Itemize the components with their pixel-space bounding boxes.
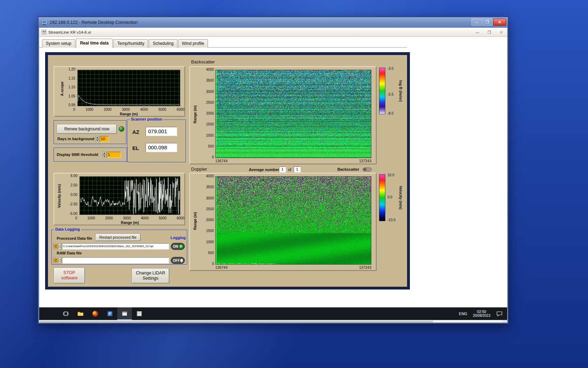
rdp-window-title: 192.168.0.122 - Remote Desktop Connectio… bbox=[50, 20, 138, 25]
data-logging-group: Data Logging Processed Data file Restart… bbox=[51, 230, 187, 265]
backscatter-colorbar-tick-min: -8.0 bbox=[387, 111, 393, 115]
taskbar-file-explorer-button[interactable] bbox=[73, 307, 88, 320]
file-explorer-icon bbox=[77, 310, 84, 317]
rays-decrement-button[interactable] bbox=[95, 139, 99, 142]
renew-background-group: Renew background now Rays in background … bbox=[54, 120, 126, 144]
tabstrip: System setup Real time data Temp/humidit… bbox=[42, 39, 209, 48]
taskbar-firefox-button[interactable] bbox=[88, 307, 103, 320]
tick-label: 0.00 bbox=[71, 193, 77, 197]
tab-wind-profile[interactable]: Wind profile bbox=[178, 39, 208, 48]
raw-logging-toggle[interactable]: OFF bbox=[171, 257, 185, 264]
tick-label: 3000 bbox=[123, 216, 131, 220]
clock-date: 20/08/2023 bbox=[473, 314, 490, 318]
processed-path-field[interactable]: C:\Lidar\Data\Proc\2023\202308\20230820\… bbox=[62, 243, 169, 250]
rdp-minimize-button[interactable]: — bbox=[471, 19, 482, 26]
restart-processed-file-button[interactable]: Restart processed file bbox=[95, 233, 141, 241]
scanner-position-group: Scanner position AZ 079.001 EL 000.098 bbox=[127, 120, 186, 162]
tick-label: 0 bbox=[73, 108, 75, 111]
scanner-position-label: Scanner position bbox=[130, 117, 163, 121]
tick-label: 4000 bbox=[206, 175, 214, 178]
taskbar-app-blue-button[interactable] bbox=[103, 307, 117, 320]
tab-scheduling[interactable]: Scheduling bbox=[149, 39, 177, 48]
el-value-field[interactable]: 000.098 bbox=[146, 143, 177, 152]
rdp-window: 192.168.0.122 - Remote Desktop Connectio… bbox=[38, 16, 509, 324]
velocity-xticks: 0100020003000400050006000 bbox=[75, 216, 184, 220]
action-center-icon[interactable] bbox=[496, 310, 503, 317]
blue-app-icon bbox=[106, 310, 113, 317]
clock-time: 02:50 bbox=[473, 309, 490, 314]
ascope-yticks: 1.201.151.101.050.99 bbox=[63, 68, 75, 107]
tick-label: 1500 bbox=[206, 229, 214, 233]
snr-spinner bbox=[102, 152, 106, 158]
processed-path-browse-button[interactable]: C bbox=[53, 243, 61, 250]
scan-app-icon bbox=[136, 310, 143, 317]
rdp-close-button[interactable]: ✕ bbox=[493, 19, 506, 26]
backscatter-group: Range (m) 400035003000250020001500100050… bbox=[189, 66, 377, 164]
taskbar-clock[interactable]: 02:50 20/08/2023 bbox=[473, 309, 490, 318]
tick-label: 1000 bbox=[85, 108, 93, 111]
rdp-icon bbox=[41, 20, 47, 25]
rdp-restore-button[interactable]: ❐ bbox=[482, 19, 492, 26]
tick-label: 1.20 bbox=[69, 68, 75, 71]
taskbar-scan-app-button[interactable] bbox=[132, 307, 147, 320]
renew-background-button[interactable]: Renew background now bbox=[57, 124, 117, 134]
processed-logging-toggle[interactable]: ON bbox=[171, 243, 185, 250]
ascope-xticks: 0100020003000400050006000 bbox=[73, 108, 184, 111]
backscatter-x-start: 136744 bbox=[215, 159, 227, 163]
labview-titlebar[interactable]: StreamLine XR v14-6.vi — ❐ ✕ bbox=[39, 28, 507, 37]
raw-path-field[interactable] bbox=[62, 257, 169, 264]
backscatter-colorbar-tick-mid: -5.5 bbox=[387, 93, 393, 96]
tick-label: 3500 bbox=[206, 185, 214, 189]
rdp-horizontal-scrollbar[interactable] bbox=[39, 320, 507, 322]
rdp-titlebar[interactable]: 192.168.0.122 - Remote Desktop Connectio… bbox=[38, 17, 508, 28]
main-panel: A-scope 1.201.151.101.050.99 01000200030… bbox=[48, 55, 407, 287]
rays-value-field[interactable]: 10 bbox=[100, 136, 109, 142]
tick-label: 2500 bbox=[206, 101, 214, 104]
average-of-field[interactable]: 1 bbox=[294, 166, 301, 172]
task-view-icon bbox=[62, 310, 69, 317]
backscatter-toggle[interactable] bbox=[363, 168, 372, 171]
language-indicator[interactable]: ENG bbox=[459, 312, 467, 316]
doppler-plot bbox=[215, 176, 371, 265]
tab-temp-humidity[interactable]: Temp/humidity bbox=[113, 39, 148, 48]
velocity-canvas bbox=[80, 177, 180, 214]
tick-label: 2000 bbox=[105, 216, 113, 220]
ascope-group: A-scope 1.201.151.101.050.99 01000200030… bbox=[54, 66, 185, 117]
tick-label: 2000 bbox=[104, 108, 111, 111]
taskbar-active-app-button[interactable] bbox=[117, 307, 132, 320]
main-panel-frame: A-scope 1.201.151.101.050.99 01000200030… bbox=[46, 53, 410, 289]
change-lidar-settings-button[interactable]: Change LiDAR Settings bbox=[132, 268, 169, 284]
tick-label: 2.50 bbox=[71, 184, 77, 187]
off-led-icon bbox=[180, 258, 183, 263]
folder-browse-icon bbox=[59, 259, 61, 262]
scrollbar-thumb[interactable] bbox=[40, 321, 433, 322]
raw-path-browse-button[interactable]: C bbox=[53, 257, 61, 264]
snr-decrement-button[interactable] bbox=[102, 155, 106, 158]
labview-restore-button[interactable]: ❐ bbox=[486, 30, 492, 35]
velocity-ylabel: Velocity (m/s) bbox=[57, 178, 61, 214]
labview-minimize-button[interactable]: — bbox=[474, 30, 481, 34]
rays-increment-button[interactable] bbox=[95, 136, 99, 139]
tab-system-setup[interactable]: System setup bbox=[42, 39, 75, 48]
taskbar-task-view-button[interactable] bbox=[58, 307, 73, 320]
average-number-field[interactable]: 1 bbox=[279, 166, 286, 172]
snr-increment-button[interactable] bbox=[102, 152, 106, 155]
tick-label: 2000 bbox=[206, 112, 214, 115]
tick-label: 4000 bbox=[206, 68, 214, 71]
on-led-icon bbox=[179, 244, 183, 249]
labview-close-button[interactable]: ✕ bbox=[498, 30, 504, 35]
backscatter-x-end: 137243 bbox=[359, 159, 371, 163]
labview-window-title: StreamLine XR v14-6.vi bbox=[48, 30, 91, 34]
off-label: OFF bbox=[173, 259, 180, 263]
snr-value-field[interactable]: 1 bbox=[107, 152, 121, 158]
tab-real-time-data[interactable]: Real time data bbox=[76, 39, 113, 48]
stop-software-button[interactable]: STOP software bbox=[54, 267, 85, 284]
tick-label: 5000 bbox=[159, 216, 167, 220]
tick-label: 3500 bbox=[206, 79, 214, 82]
backscatter-colorbar: -3.0 -5.5 -8.0 bbox=[379, 68, 385, 114]
doppler-yticks: 40003500300025002000150010005000 bbox=[201, 175, 214, 266]
stop-software-line2: software bbox=[61, 275, 77, 281]
tick-label: 5000 bbox=[159, 108, 166, 111]
el-label: EL bbox=[132, 145, 139, 151]
az-value-field[interactable]: 079.001 bbox=[146, 127, 177, 136]
